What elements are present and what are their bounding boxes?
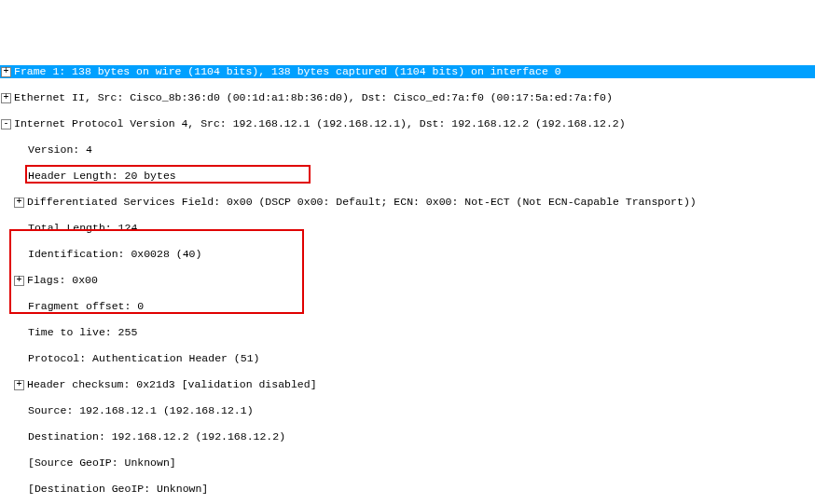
ip-protocol: Protocol: Authentication Header (51) <box>28 352 259 365</box>
ip-flags: Flags: 0x00 <box>27 274 98 287</box>
ip-srcgeo-row[interactable]: [Source GeoIP: Unknown] <box>0 456 815 470</box>
ip-totlen: Total Length: 124 <box>28 222 137 235</box>
ethernet-row[interactable]: +Ethernet II, Src: Cisco_8b:36:d0 (00:1d… <box>0 91 815 104</box>
expand-icon[interactable]: + <box>14 198 24 208</box>
ip-version: Version: 4 <box>28 143 92 157</box>
ip-dst-row[interactable]: Destination: 192.168.12.2 (192.168.12.2) <box>0 430 815 443</box>
ip-dstgeo-row[interactable]: [Destination GeoIP: Unknown] <box>0 483 815 496</box>
ip-dstgeo: [Destination GeoIP: Unknown] <box>28 483 208 496</box>
ip-checksum-row[interactable]: +Header checksum: 0x21d3 [validation dis… <box>0 378 815 391</box>
ip-ident-row[interactable]: Identification: 0x0028 (40) <box>0 248 815 261</box>
ip-checksum: Header checksum: 0x21d3 [validation disa… <box>27 378 317 391</box>
ethernet-text: Ethernet II, Src: Cisco_8b:36:d0 (00:1d:… <box>14 91 613 104</box>
frame-summary-text: Frame 1: 138 bytes on wire (1104 bits), … <box>14 65 561 78</box>
expand-icon[interactable]: + <box>14 276 24 286</box>
ip-hdrlen: Header Length: 20 bytes <box>28 170 176 183</box>
expand-icon[interactable]: + <box>14 380 24 390</box>
frame-summary-row[interactable]: +Frame 1: 138 bytes on wire (1104 bits),… <box>0 65 815 78</box>
collapse-icon[interactable]: - <box>1 119 11 129</box>
ip-srcgeo: [Source GeoIP: Unknown] <box>28 456 176 470</box>
ip-ident: Identification: 0x0028 (40) <box>28 248 201 261</box>
ip-dst: Destination: 192.168.12.2 (192.168.12.2) <box>28 430 285 443</box>
ip-ttl: Time to live: 255 <box>28 326 137 339</box>
expand-icon[interactable]: + <box>1 93 11 103</box>
ip-flags-row[interactable]: +Flags: 0x00 <box>0 274 815 287</box>
ip-protocol-row[interactable]: Protocol: Authentication Header (51) <box>0 352 815 365</box>
ip-totlen-row[interactable]: Total Length: 124 <box>0 222 815 235</box>
ip-fragoff: Fragment offset: 0 <box>28 300 144 313</box>
expand-icon[interactable]: + <box>1 67 11 77</box>
ip-dsf: Differentiated Services Field: 0x00 (DSC… <box>27 196 697 209</box>
ip-src: Source: 192.168.12.1 (192.168.12.1) <box>28 404 254 417</box>
ip-version-row[interactable]: Version: 4 <box>0 143 815 157</box>
packet-details-pane: +Frame 1: 138 bytes on wire (1104 bits),… <box>0 39 815 504</box>
ip-fragoff-row[interactable]: Fragment offset: 0 <box>0 300 815 313</box>
ip-src-row[interactable]: Source: 192.168.12.1 (192.168.12.1) <box>0 404 815 417</box>
ip-header-text: Internet Protocol Version 4, Src: 192.16… <box>14 117 626 130</box>
ip-header-row[interactable]: -Internet Protocol Version 4, Src: 192.1… <box>0 117 815 130</box>
ip-ttl-row[interactable]: Time to live: 255 <box>0 326 815 339</box>
ip-hdrlen-row[interactable]: Header Length: 20 bytes <box>0 170 815 183</box>
ip-dsf-row[interactable]: +Differentiated Services Field: 0x00 (DS… <box>0 196 815 209</box>
